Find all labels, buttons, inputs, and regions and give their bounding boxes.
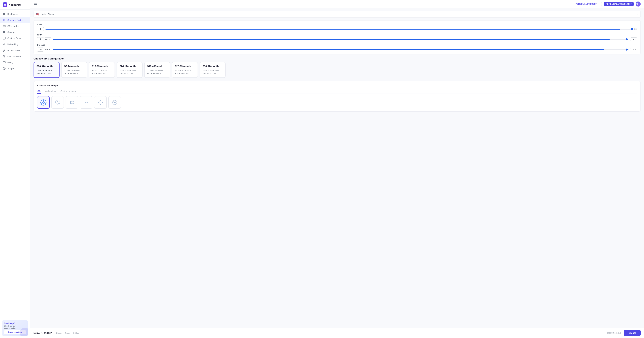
storage-max-value: 4 TB [628,48,637,51]
ram-slider-fill [53,39,610,40]
footer-price: $10.97 / month [34,331,52,334]
svg-point-4 [4,20,5,21]
svg-point-12 [5,31,5,32]
tab-custom-images[interactable]: Custom Images [60,89,76,94]
sidebar-item-compute-nodes[interactable]: Compute Nodes [0,17,30,23]
os-ubuntu[interactable] [37,96,50,109]
ram-min-value[interactable]: 1 [37,37,44,41]
help-card-title: Need help? [4,322,26,324]
svg-rect-24 [34,4,37,5]
us-flag: 🇺🇸 [36,13,40,16]
ram-slider-track[interactable] [53,39,627,40]
sidebar-item-networking-label: Networking [8,43,18,46]
cpu-slider-row: CPU 1 128 [37,23,637,31]
vm-card-6[interactable]: $36.57/month 4 CPUs 4 GB RAM 80 GB SSD D… [200,62,226,78]
sidebar-item-load-balancer-label: Load Balancer [8,55,22,58]
ram-max-unit[interactable]: TB [630,38,637,41]
vm-card-1[interactable]: $6.44/month 1 CPU 1 GB RAM 25 GB SSD Dis… [61,62,87,78]
storage-label: Storage [37,44,637,46]
logo-icon [3,2,8,7]
sidebar-item-gpu-nodes[interactable]: GPU Nodes [0,23,30,29]
os-icons: ORACLE [37,96,637,109]
sidebar-item-access-keys-label: Access Keys [8,49,20,52]
vm-card-5[interactable]: $25.93/month 2 CPUs 4 GB RAM 80 GB SSD D… [172,62,198,78]
svg-point-15 [4,43,4,44]
vm-card-4[interactable]: $19.43/month 2 CPUs 2 GB RAM 60 GB SSD D… [144,62,170,78]
svg-point-38 [114,102,115,103]
vm-price-5: $25.93/month [175,65,195,68]
svg-marker-35 [98,102,100,103]
sidebar-item-gpu-label: GPU Nodes [8,25,19,27]
ram-label: RAM [37,34,637,36]
sidebar-item-networking[interactable]: Networking [0,41,30,47]
os-freebsd[interactable] [66,96,78,109]
svg-rect-3 [4,14,5,15]
vm-specs-1: 1 CPU 1 GB RAM 25 GB SSD Disk [64,69,84,75]
vm-config-section: Choose VM Configuration $10.97/month 1 C… [34,57,641,78]
dashboard-icon [3,13,6,16]
location-select[interactable]: 🇺🇸 United States [34,11,641,18]
sidebar-item-custom-order[interactable]: Custom Order [0,35,30,41]
create-button[interactable]: Create [624,330,641,336]
vm-card-2[interactable]: $12.93/month 1 CPU 2 GB RAM 50 GB SSD Di… [89,62,115,78]
images-section: Choose an Image OS Marketplace Custom Im… [34,81,641,112]
os-nixos[interactable] [94,96,107,109]
sidebar-item-access-keys[interactable]: Access Keys [0,47,30,53]
svg-rect-0 [3,13,4,14]
os-debian[interactable] [51,96,64,109]
os-other[interactable] [108,96,121,109]
cpu-min-value[interactable]: 1 [37,27,44,31]
menu-button[interactable] [34,2,38,6]
svg-rect-22 [34,3,37,3]
access-keys-icon [3,49,6,52]
vm-card-3[interactable]: $24.11/month 2 CPUs 2 GB RAM 40 GB SSD D… [116,62,142,78]
storage-slider-thumb[interactable] [626,49,628,51]
ram-slider-thumb[interactable] [626,38,628,40]
svg-rect-1 [4,13,5,14]
location-label: United States [41,13,54,16]
gpu-icon [3,25,6,28]
cpu-slider-thumb[interactable] [631,28,633,30]
svg-rect-2 [3,14,4,15]
storage-max-unit[interactable]: TB [630,48,637,51]
sidebar-nav: Dashboard Compute Nodes GPU Nodes Storag… [0,10,30,318]
refill-balance-button[interactable]: REFILL BALANCE: $100.17 [604,2,634,6]
sidebar-item-storage[interactable]: Storage [0,29,30,35]
footer-copyright: 2024 © NodeShift [606,332,621,334]
sidebar-item-load-balancer[interactable]: Load Balancer [0,53,30,59]
storage-min-value[interactable]: 20 [37,48,44,52]
sliders-section: CPU 1 128 RAM [34,20,641,54]
svg-rect-8 [4,26,4,26]
sidebar-item-dashboard[interactable]: Dashboard [0,11,30,17]
sidebar-item-compute-label: Compute Nodes [8,19,23,21]
billing-icon [3,61,6,64]
location-select-left: 🇺🇸 United States [36,13,54,16]
vm-price-4: $19.43/month [147,65,167,68]
cpu-label: CPU [37,23,637,26]
tab-marketplace[interactable]: Marketplace [44,89,57,94]
tab-os[interactable]: OS [37,89,41,94]
storage-icon [3,31,6,34]
vm-specs-3: 2 CPUs 2 GB RAM 40 GB SSD Disk [120,69,140,75]
footer-link-github[interactable]: GitHub [73,332,79,334]
sidebar-item-support-label: Support [8,67,15,70]
avatar[interactable]: U [636,2,641,7]
image-tabs: OS Marketplace Custom Images [37,89,637,94]
vm-card-0[interactable]: $10.97/month 1 CPU 1 GB RAM 20 GB SSD Di… [34,62,60,78]
sidebar-item-billing-label: Billing [8,61,13,64]
storage-slider-track[interactable] [53,49,627,50]
logo: NodeShift [0,0,30,10]
footer-bar: $10.97 / month Discord X.com GitHub 2024… [30,328,644,338]
footer-link-xcom[interactable]: X.com [65,332,70,334]
cpu-slider-track[interactable] [46,29,632,30]
footer-link-discord[interactable]: Discord [56,332,62,334]
project-selector[interactable]: PERSONAL PROJECT [574,2,602,6]
storage-min-unit[interactable]: GB [44,48,51,51]
os-oracle[interactable]: ORACLE [80,96,92,109]
support-icon [3,67,6,70]
storage-slider-row: Storage 20 GB 4 [37,44,637,52]
sidebar-item-support[interactable]: Support [0,65,30,71]
ram-min-unit[interactable]: GB [44,38,51,41]
vm-cards: $10.97/month 1 CPU 1 GB RAM 20 GB SSD Di… [34,62,641,78]
sidebar-item-billing[interactable]: Billing [0,59,30,65]
